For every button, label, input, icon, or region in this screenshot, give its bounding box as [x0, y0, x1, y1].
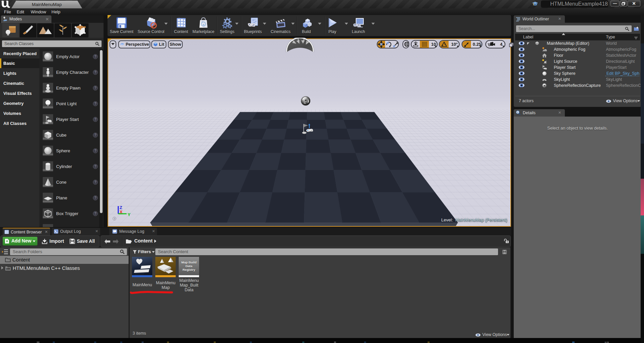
svg-text:C++: C++	[6, 268, 10, 270]
svg-text:i: i	[517, 111, 518, 114]
svg-text:u: u	[202, 23, 204, 26]
svg-text:Y: Y	[128, 212, 131, 217]
svg-text:X: X	[120, 209, 123, 214]
